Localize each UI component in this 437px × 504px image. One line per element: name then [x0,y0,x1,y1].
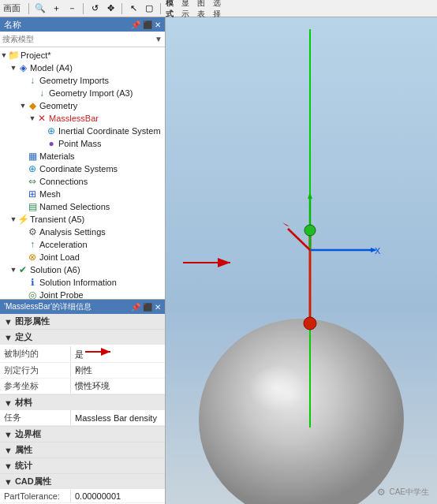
pan-icon[interactable]: ✥ [104,2,117,15]
tree-label-project: Project* [21,50,51,60]
search-dropdown-icon[interactable]: ▼ [155,35,162,43]
props-row[interactable]: 被制约的是 [0,345,165,363]
tree-toggle-massless-bar[interactable]: ▼ [28,114,36,122]
section-toggle-properties: ▼ [4,446,13,455]
props-row[interactable]: 别定行为刚性 [0,363,165,379]
section-toggle-boundary: ▼ [4,430,13,439]
tree-item-model[interactable]: ▼◈Model (A4) [0,62,165,74]
tree-min-icon[interactable]: ⬛ [143,21,152,29]
tree-item-joint-probe[interactable]: ◎Joint Probe [0,289,165,299]
section-toggle-materials: ▼ [4,398,13,408]
tree-item-analysis-settings[interactable]: ⚙Analysis Settings [0,226,165,238]
tree-toggle-joint-load[interactable] [19,253,27,261]
tree-item-geometry[interactable]: ▼◆Geometry [0,99,165,112]
tree-item-joint-load[interactable]: ⊗Joint Load [0,251,165,263]
tree-toggle-inertial-coord[interactable] [38,127,46,135]
help-icon[interactable]: 选择 [213,2,226,15]
tree-item-solution-a6[interactable]: ▼✔Solution (A6) [0,263,165,276]
tree-toggle-solution-a6[interactable]: ▼ [9,266,17,274]
select-icon[interactable]: ▢ [143,2,155,15]
props-section-header-materials[interactable]: ▼材料 [0,395,165,410]
props-pin-icon[interactable]: 📌 [131,303,140,312]
tree-pin-icon[interactable]: 📌 [131,21,140,29]
props-section-properties: ▼属性 [0,442,165,458]
tree-item-massless-bar[interactable]: ▼✕MasslessBar [0,112,165,125]
props-row[interactable]: PartTolerance:0.00000001 [0,489,165,503]
props-key: 任务 [0,410,71,425]
tree-item-inertial-coord[interactable]: ⊕Inertial Coordinate System [0,125,165,137]
props-close-icon[interactable]: ✕ [155,303,161,312]
red-arrow-indicator [84,349,115,359]
tree-label-transient-a5: Transient (A5) [30,215,84,224]
tree-toggle-acceleration[interactable] [19,241,27,248]
tree-item-geom-import-a3[interactable]: ↓Geometry Import (A3) [0,87,165,99]
tree-toggle-transient-a5[interactable]: ▼ [9,215,17,223]
tree-item-solution-info[interactable]: ℹSolution Information [0,276,165,289]
tree-item-coord-systems[interactable]: ⊕Coordinate Systems [0,162,165,175]
section-toggle-definition: ▼ [4,333,13,342]
tree-icon-named-selections: ▤ [27,201,38,212]
tree-toggle-analysis-settings[interactable] [19,228,27,236]
tree-toggle-materials[interactable] [19,152,27,160]
tree-label-connections: Connections [39,177,88,186]
3d-scene: X [166,17,437,504]
tree-item-connections[interactable]: ⇔Connections [0,175,165,188]
rotate-icon[interactable]: ↺ [88,2,101,15]
tree-item-materials[interactable]: ▦Materials [0,150,165,162]
props-key: PartTolerance: [0,490,71,502]
tree-icon-geometry: ◆ [27,100,38,111]
tree-toggle-project[interactable]: ▼ [0,51,8,59]
props-section-header-graphics[interactable]: ▼图形属性 [0,314,165,329]
props-section-header-cad[interactable]: ▼CAD属性 [0,474,165,489]
toolbar-sep-2 [83,3,84,14]
left-panel: 名称 📌 ⬛ ✕ ▼ ▼📁Project*▼◈Model (A4)↓Geomet… [0,17,166,504]
props-panel-icons: 📌 ⬛ ✕ [131,303,161,312]
tree-item-transient-a5[interactable]: ▼⚡Transient (A5) [0,213,165,226]
search-input[interactable] [2,35,155,43]
tree-icon-mesh: ⊞ [27,189,38,200]
zoom-fit-icon[interactable]: 🔍 [34,2,47,15]
tree-toggle-geometry[interactable]: ▼ [19,102,27,110]
props-row[interactable]: 参考坐标惯性环境 [0,379,165,394]
zoom-out-icon[interactable]: － [65,2,78,15]
tree-item-mesh[interactable]: ⊞Mesh [0,188,165,200]
tree-toggle-geom-imports[interactable] [19,77,27,84]
display-icon[interactable]: 显示 [181,2,194,15]
tree-label-materials: Materials [39,151,75,161]
props-section-header-definition[interactable]: ▼定义 [0,330,165,345]
svg-point-4 [241,364,335,443]
tree-toggle-coord-systems[interactable] [19,165,27,173]
tree-label-joint-probe: Joint Probe [39,290,84,299]
zoom-in-icon[interactable]: ＋ [50,2,62,15]
tree-icon-connections: ⇔ [27,176,38,187]
tree-toggle-solution-info[interactable] [19,278,27,286]
settings-icon[interactable]: 图表 [197,2,210,15]
tree-toggle-point-mass[interactable] [38,140,46,147]
tree-toggle-model[interactable]: ▼ [9,64,17,72]
tree-item-acceleration[interactable]: ↑Acceleration [0,238,165,251]
props-section-header-boundary[interactable]: ▼边界框 [0,427,165,442]
tree-icon-geom-import-a3: ↓ [36,88,47,99]
tree-toggle-mesh[interactable] [19,190,27,198]
props-min-icon[interactable]: ⬛ [143,303,152,312]
props-val: Massless Bar density [71,412,165,424]
tree-toggle-geom-import-a3[interactable] [28,89,36,97]
props-row[interactable]: 任务Massless Bar density [0,410,165,426]
props-section-header-properties[interactable]: ▼属性 [0,442,165,457]
viewport-area[interactable]: MasslessBar [166,17,437,504]
tree-label-mesh: Mesh [39,189,61,199]
props-key: 别定行为 [0,363,71,378]
mode-icon[interactable]: 模式 [166,2,178,15]
tree-item-geom-imports[interactable]: ↓Geometry Imports [0,74,165,87]
props-section-header-statistics[interactable]: ▼统计 [0,458,165,473]
tree-item-project[interactable]: ▼📁Project* [0,49,165,62]
tree-close-icon[interactable]: ✕ [155,21,161,29]
tree-toggle-connections[interactable] [19,177,27,185]
cursor-icon[interactable]: ↖ [127,2,140,15]
watermark-logo: ⚙ [377,487,386,498]
tree-toggle-joint-probe[interactable] [19,291,27,299]
props-section-boundary: ▼边界框 [0,427,165,442]
tree-item-point-mass[interactable]: ●Point Mass [0,137,165,150]
tree-item-named-selections[interactable]: ▤Named Selections [0,200,165,213]
tree-toggle-named-selections[interactable] [19,203,27,211]
